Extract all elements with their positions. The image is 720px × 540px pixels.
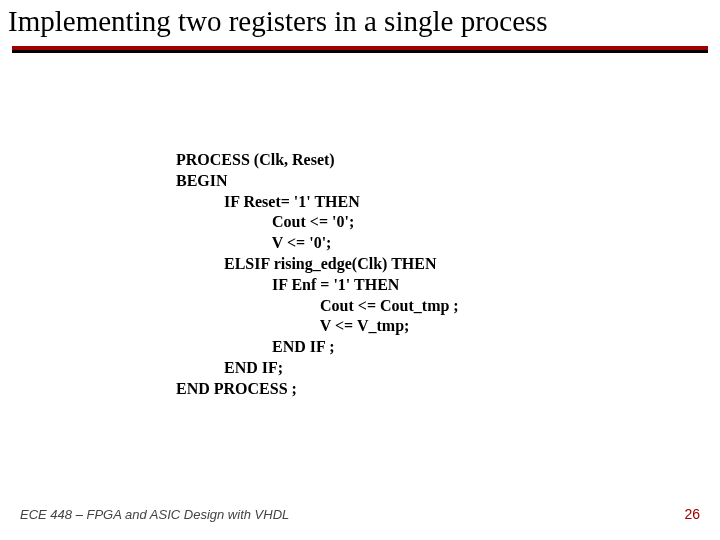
page-number: 26 (684, 506, 700, 522)
black-rule (12, 50, 708, 53)
code-line: Cout <= Cout_tmp ; (176, 297, 459, 314)
slide-title: Implementing two registers in a single p… (0, 0, 720, 46)
code-line: IF Enf = '1' THEN (176, 276, 399, 293)
code-line: BEGIN (176, 172, 228, 189)
code-line: ELSIF rising_edge(Clk) THEN (176, 255, 436, 272)
footer: ECE 448 – FPGA and ASIC Design with VHDL… (20, 506, 700, 522)
code-line: Cout <= '0'; (176, 213, 354, 230)
code-line: V <= V_tmp; (176, 317, 409, 334)
code-line: END IF ; (176, 338, 335, 355)
code-line: PROCESS (Clk, Reset) (176, 151, 335, 168)
vhdl-code: PROCESS (Clk, Reset) BEGIN IF Reset= '1'… (176, 150, 459, 400)
course-label: ECE 448 – FPGA and ASIC Design with VHDL (20, 507, 289, 522)
code-line: END IF; (176, 359, 283, 376)
title-underline (12, 46, 708, 54)
code-line: V <= '0'; (176, 234, 331, 251)
code-line: IF Reset= '1' THEN (176, 193, 360, 210)
code-line: END PROCESS ; (176, 380, 297, 397)
slide: Implementing two registers in a single p… (0, 0, 720, 540)
